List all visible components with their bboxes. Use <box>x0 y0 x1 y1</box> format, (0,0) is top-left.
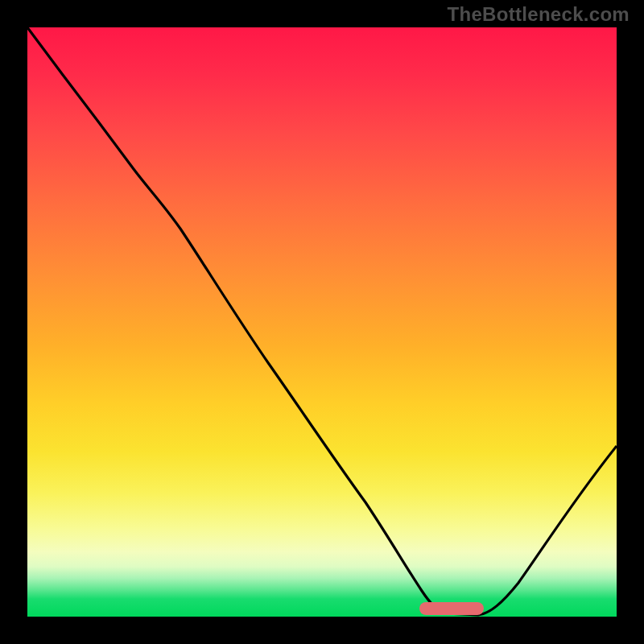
bottleneck-curve-path <box>27 27 617 615</box>
chart-container: TheBottleneck.com <box>0 0 644 644</box>
plot-area <box>24 24 620 620</box>
optimum-marker <box>419 602 484 615</box>
watermark: TheBottleneck.com <box>448 3 630 26</box>
curve-layer <box>27 27 617 617</box>
